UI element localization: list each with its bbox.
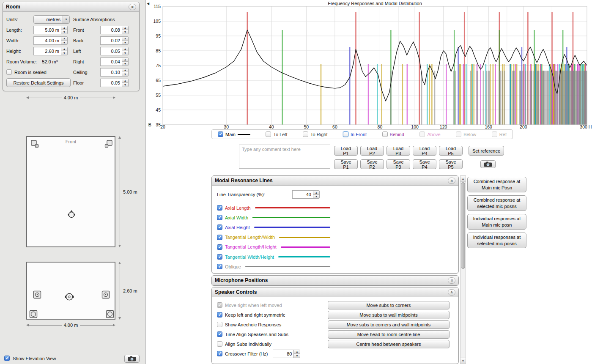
- axial-width-checkbox[interactable]: [217, 215, 222, 220]
- load-p2-button[interactable]: Load P2: [360, 146, 384, 156]
- behind-checkbox[interactable]: [382, 131, 388, 137]
- floor-absorption-value[interactable]: 0.05: [100, 79, 122, 87]
- spinner-down-icon[interactable]: [294, 353, 300, 358]
- width-value[interactable]: 4.00 m: [33, 36, 61, 45]
- load-p1-button[interactable]: Load P1: [334, 146, 358, 156]
- spinner-arrows[interactable]: [61, 26, 68, 34]
- scroll-down-icon[interactable]: [460, 358, 466, 364]
- save-p4-button[interactable]: Save P4: [413, 159, 436, 169]
- combined-response-main-button[interactable]: Combined response at Main mic Posn: [467, 177, 526, 192]
- move-subs-midpoints-button[interactable]: Move subs to wall midpoints: [328, 311, 449, 319]
- spinner-up-icon[interactable]: [61, 37, 67, 41]
- spinner-arrows[interactable]: [313, 190, 320, 199]
- anechoic-checkbox[interactable]: [217, 322, 222, 327]
- spinner-up-icon[interactable]: [61, 47, 67, 51]
- spinner-up-icon[interactable]: [122, 68, 128, 72]
- length-spinner[interactable]: 5.00 m: [33, 26, 70, 34]
- legend-item-behind[interactable]: Behind: [382, 131, 404, 137]
- legend-item-to-left[interactable]: To Left: [266, 131, 287, 137]
- in-front-checkbox[interactable]: [343, 131, 348, 137]
- spinner-down-icon[interactable]: [122, 40, 128, 44]
- spinner-down-icon[interactable]: [313, 194, 319, 199]
- axial-height-checkbox[interactable]: [217, 224, 222, 230]
- save-p5-button[interactable]: Save P5: [439, 159, 463, 169]
- oblique-checkbox[interactable]: [217, 264, 222, 269]
- spinner-arrows[interactable]: [122, 57, 129, 66]
- line-transparency-value[interactable]: 40: [292, 190, 313, 199]
- spinner-down-icon[interactable]: [122, 82, 128, 87]
- line-transparency-spinner[interactable]: 40: [292, 190, 320, 199]
- to-left-checkbox[interactable]: [266, 131, 271, 137]
- units-dropdown[interactable]: metres: [33, 15, 70, 24]
- spinner-arrows[interactable]: [61, 36, 68, 45]
- individual-responses-selected-button[interactable]: Individual responses at selected mic pos…: [467, 233, 526, 248]
- dropdown-arrow-icon[interactable]: [63, 16, 69, 23]
- move-subs-corners-button[interactable]: Move subs to corners: [328, 301, 449, 309]
- move-head-centre-line-button[interactable]: Move head to room centre line: [328, 330, 449, 339]
- comment-input[interactable]: [239, 145, 330, 169]
- save-p3-button[interactable]: Save P3: [386, 159, 410, 169]
- centre-head-button[interactable]: Centre head between speakers: [328, 340, 449, 348]
- main-checkbox[interactable]: [218, 131, 223, 137]
- left-absorption-spinner[interactable]: 0.05: [100, 47, 131, 55]
- right-speaker-elevation-icon[interactable]: [101, 290, 110, 299]
- ceiling-absorption-value[interactable]: 0.10: [100, 68, 122, 77]
- back-absorption-spinner[interactable]: 0.02: [100, 36, 131, 45]
- back-absorption-value[interactable]: 0.02: [100, 36, 122, 45]
- spinner-down-icon[interactable]: [122, 61, 128, 66]
- ceiling-absorption-spinner[interactable]: 0.10: [100, 68, 131, 77]
- tangential-length-height-checkbox[interactable]: [217, 244, 222, 250]
- spinner-up-icon[interactable]: [294, 350, 300, 354]
- room-panel-collapse-button[interactable]: «: [129, 4, 136, 10]
- spinner-up-icon[interactable]: [122, 26, 128, 30]
- save-p1-button[interactable]: Save P1: [334, 159, 358, 169]
- spinner-up-icon[interactable]: [122, 37, 128, 41]
- spinner-down-icon[interactable]: [122, 51, 128, 55]
- spinner-up-icon[interactable]: [313, 191, 319, 194]
- spinner-down-icon[interactable]: [61, 51, 67, 55]
- crossover-spinner[interactable]: 80: [273, 350, 300, 358]
- spinner-arrows[interactable]: [61, 47, 68, 55]
- room-sealed-checkbox[interactable]: [6, 69, 12, 75]
- left-absorption-value[interactable]: 0.05: [100, 47, 122, 55]
- right-sub-icon[interactable]: [106, 310, 114, 318]
- crossover-checkbox[interactable]: [217, 351, 222, 356]
- legend-item-in-front[interactable]: In Front: [343, 131, 367, 137]
- listener-head-elevation-icon[interactable]: [65, 292, 74, 301]
- spinner-up-icon[interactable]: [61, 26, 67, 30]
- save-p2-button[interactable]: Save P2: [360, 159, 384, 169]
- time-align-checkbox[interactable]: [217, 331, 222, 337]
- legend-item-main[interactable]: Main: [218, 131, 250, 137]
- load-p3-button[interactable]: Load P3: [386, 146, 410, 156]
- height-spinner[interactable]: 2.60 m: [33, 47, 70, 55]
- scrollbar-thumb[interactable]: [461, 182, 465, 269]
- spinner-arrows[interactable]: [122, 68, 129, 77]
- panel-scrollbar[interactable]: [460, 175, 466, 364]
- spinner-down-icon[interactable]: [61, 30, 67, 34]
- right-absorption-value[interactable]: 0.04: [100, 57, 122, 66]
- align-subs-checkbox[interactable]: [217, 341, 222, 347]
- front-absorption-value[interactable]: 0.08: [100, 26, 122, 34]
- modal-panel-collapse-button[interactable]: «: [448, 178, 455, 184]
- axial-length-checkbox[interactable]: [217, 205, 222, 211]
- combined-response-selected-button[interactable]: Combined response at selected mic posns: [467, 195, 526, 211]
- sidebar-screenshot-button[interactable]: [124, 355, 140, 363]
- collapse-sidebar-icon[interactable]: ◀: [147, 2, 149, 5]
- individual-responses-main-button[interactable]: Individual responses at Main mic posn: [467, 214, 526, 230]
- left-speaker-icon[interactable]: [30, 140, 40, 149]
- spinner-up-icon[interactable]: [122, 58, 128, 62]
- listener-head-icon[interactable]: [67, 210, 76, 218]
- legend-item-to-right[interactable]: To Right: [303, 131, 327, 137]
- speaker-panel-collapse-button[interactable]: «: [448, 289, 455, 296]
- to-right-checkbox[interactable]: [303, 131, 308, 137]
- front-absorption-spinner[interactable]: 0.08: [100, 26, 131, 34]
- height-value[interactable]: 2.60 m: [33, 47, 61, 55]
- length-value[interactable]: 5.00 m: [33, 26, 61, 34]
- left-sub-icon[interactable]: [29, 310, 38, 318]
- spinner-down-icon[interactable]: [122, 30, 128, 34]
- spinner-arrows[interactable]: [122, 26, 129, 34]
- tangential-width-height-checkbox[interactable]: [217, 254, 222, 260]
- move-subs-corners-midpoints-button[interactable]: Move subs to corners and wall midpoints: [328, 320, 449, 329]
- set-reference-button[interactable]: Set reference: [469, 146, 504, 156]
- width-spinner[interactable]: 4.00 m: [33, 36, 70, 45]
